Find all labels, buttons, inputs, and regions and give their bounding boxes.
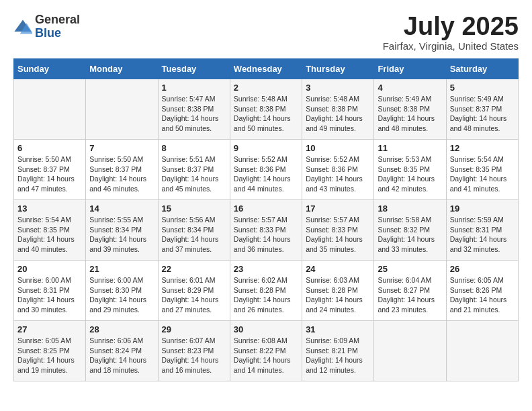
day-number: 5 — [450, 83, 515, 93]
day-info: Sunrise: 6:04 AMSunset: 8:27 PMDaylight:… — [378, 275, 442, 315]
header-sunday: Sunday — [14, 59, 86, 79]
calendar-cell: 19Sunrise: 5:59 AMSunset: 8:31 PMDayligh… — [446, 200, 518, 261]
calendar-cell: 26Sunrise: 6:05 AMSunset: 8:26 PMDayligh… — [446, 261, 518, 321]
calendar-cell — [14, 79, 86, 140]
day-info: Sunrise: 6:05 AMSunset: 8:26 PMDaylight:… — [450, 275, 515, 315]
calendar-cell: 25Sunrise: 6:04 AMSunset: 8:27 PMDayligh… — [374, 261, 446, 321]
day-number: 23 — [234, 264, 298, 274]
day-number: 20 — [17, 264, 82, 274]
day-number: 27 — [17, 324, 82, 334]
day-number: 8 — [162, 143, 226, 153]
calendar-cell: 18Sunrise: 5:58 AMSunset: 8:32 PMDayligh… — [374, 200, 446, 261]
day-info: Sunrise: 5:57 AMSunset: 8:33 PMDaylight:… — [306, 215, 370, 255]
calendar-cell: 12Sunrise: 5:54 AMSunset: 8:35 PMDayligh… — [446, 140, 518, 200]
day-info: Sunrise: 6:02 AMSunset: 8:28 PMDaylight:… — [234, 275, 298, 315]
day-info: Sunrise: 5:48 AMSunset: 8:38 PMDaylight:… — [234, 94, 298, 134]
day-number: 6 — [17, 143, 82, 153]
calendar-cell — [374, 321, 446, 381]
calendar-cell: 23Sunrise: 6:02 AMSunset: 8:28 PMDayligh… — [230, 261, 302, 321]
day-info: Sunrise: 6:00 AMSunset: 8:30 PMDaylight:… — [89, 275, 154, 315]
header-monday: Monday — [86, 59, 158, 79]
calendar-cell: 4Sunrise: 5:49 AMSunset: 8:38 PMDaylight… — [374, 79, 446, 140]
week-row-5: 27Sunrise: 6:05 AMSunset: 8:25 PMDayligh… — [14, 321, 519, 381]
day-info: Sunrise: 6:08 AMSunset: 8:22 PMDaylight:… — [234, 336, 298, 375]
week-row-2: 6Sunrise: 5:50 AMSunset: 8:37 PMDaylight… — [14, 140, 519, 200]
day-info: Sunrise: 5:49 AMSunset: 8:38 PMDaylight:… — [378, 94, 442, 134]
day-number: 15 — [162, 203, 226, 214]
calendar-cell: 8Sunrise: 5:51 AMSunset: 8:37 PMDaylight… — [158, 140, 230, 200]
day-info: Sunrise: 5:48 AMSunset: 8:38 PMDaylight:… — [306, 94, 370, 134]
day-info: Sunrise: 5:47 AMSunset: 8:38 PMDaylight:… — [162, 94, 226, 134]
header-friday: Friday — [374, 59, 446, 79]
calendar-cell: 20Sunrise: 6:00 AMSunset: 8:31 PMDayligh… — [14, 261, 86, 321]
day-number: 13 — [17, 203, 82, 214]
day-info: Sunrise: 6:07 AMSunset: 8:23 PMDaylight:… — [162, 336, 226, 375]
day-info: Sunrise: 5:53 AMSunset: 8:35 PMDaylight:… — [378, 154, 442, 194]
month-title: July 2025 — [383, 13, 519, 39]
day-number: 14 — [89, 203, 154, 214]
title-block: July 2025 Fairfax, Virginia, United Stat… — [383, 13, 519, 52]
day-number: 19 — [450, 203, 515, 214]
calendar-cell: 6Sunrise: 5:50 AMSunset: 8:37 PMDaylight… — [14, 140, 86, 200]
calendar-cell: 14Sunrise: 5:55 AMSunset: 8:34 PMDayligh… — [86, 200, 158, 261]
logo-blue: Blue — [35, 27, 80, 40]
day-info: Sunrise: 6:00 AMSunset: 8:31 PMDaylight:… — [17, 275, 82, 315]
calendar-cell: 22Sunrise: 6:01 AMSunset: 8:29 PMDayligh… — [158, 261, 230, 321]
day-number: 11 — [378, 143, 442, 153]
day-number: 28 — [89, 324, 154, 334]
day-info: Sunrise: 5:59 AMSunset: 8:31 PMDaylight:… — [450, 215, 515, 255]
calendar-cell: 24Sunrise: 6:03 AMSunset: 8:28 PMDayligh… — [302, 261, 374, 321]
header-tuesday: Tuesday — [158, 59, 230, 79]
calendar-cell: 7Sunrise: 5:50 AMSunset: 8:37 PMDaylight… — [86, 140, 158, 200]
calendar-header-row: SundayMondayTuesdayWednesdayThursdayFrid… — [14, 59, 519, 79]
week-row-1: 1Sunrise: 5:47 AMSunset: 8:38 PMDaylight… — [14, 79, 519, 140]
day-number: 16 — [234, 203, 298, 214]
day-number: 7 — [89, 143, 154, 153]
week-row-4: 20Sunrise: 6:00 AMSunset: 8:31 PMDayligh… — [14, 261, 519, 321]
day-number: 9 — [234, 143, 298, 153]
calendar-cell: 3Sunrise: 5:48 AMSunset: 8:38 PMDaylight… — [302, 79, 374, 140]
day-number: 1 — [162, 83, 226, 93]
day-number: 12 — [450, 143, 515, 153]
header-wednesday: Wednesday — [230, 59, 302, 79]
day-info: Sunrise: 6:03 AMSunset: 8:28 PMDaylight:… — [306, 275, 370, 315]
day-number: 3 — [306, 83, 370, 93]
day-number: 30 — [234, 324, 298, 334]
calendar-cell: 28Sunrise: 6:06 AMSunset: 8:24 PMDayligh… — [86, 321, 158, 381]
calendar-cell: 11Sunrise: 5:53 AMSunset: 8:35 PMDayligh… — [374, 140, 446, 200]
calendar-cell: 30Sunrise: 6:08 AMSunset: 8:22 PMDayligh… — [230, 321, 302, 381]
calendar-cell: 13Sunrise: 5:54 AMSunset: 8:35 PMDayligh… — [14, 200, 86, 261]
calendar-cell — [446, 321, 518, 381]
logo-icon — [13, 17, 32, 36]
calendar-cell: 21Sunrise: 6:00 AMSunset: 8:30 PMDayligh… — [86, 261, 158, 321]
day-info: Sunrise: 5:49 AMSunset: 8:37 PMDaylight:… — [450, 94, 515, 134]
day-info: Sunrise: 6:09 AMSunset: 8:21 PMDaylight:… — [306, 336, 370, 375]
day-info: Sunrise: 5:54 AMSunset: 8:35 PMDaylight:… — [17, 215, 82, 255]
day-number: 21 — [89, 264, 154, 274]
day-info: Sunrise: 5:51 AMSunset: 8:37 PMDaylight:… — [162, 154, 226, 194]
header-saturday: Saturday — [446, 59, 518, 79]
page-header: General Blue July 2025 Fairfax, Virginia… — [13, 13, 519, 52]
day-number: 24 — [306, 264, 370, 274]
week-row-3: 13Sunrise: 5:54 AMSunset: 8:35 PMDayligh… — [14, 200, 519, 261]
day-number: 18 — [378, 203, 442, 214]
day-number: 22 — [162, 264, 226, 274]
day-info: Sunrise: 6:01 AMSunset: 8:29 PMDaylight:… — [162, 275, 226, 315]
calendar-cell: 29Sunrise: 6:07 AMSunset: 8:23 PMDayligh… — [158, 321, 230, 381]
calendar-cell: 27Sunrise: 6:05 AMSunset: 8:25 PMDayligh… — [14, 321, 86, 381]
calendar-table: SundayMondayTuesdayWednesdayThursdayFrid… — [13, 58, 519, 381]
day-info: Sunrise: 5:50 AMSunset: 8:37 PMDaylight:… — [89, 154, 154, 194]
day-number: 2 — [234, 83, 298, 93]
day-number: 29 — [162, 324, 226, 334]
logo: General Blue — [13, 13, 80, 40]
calendar-cell: 2Sunrise: 5:48 AMSunset: 8:38 PMDaylight… — [230, 79, 302, 140]
header-thursday: Thursday — [302, 59, 374, 79]
logo-general: General — [35, 13, 80, 27]
day-info: Sunrise: 5:58 AMSunset: 8:32 PMDaylight:… — [378, 215, 442, 255]
day-number: 31 — [306, 324, 370, 334]
day-number: 17 — [306, 203, 370, 214]
day-info: Sunrise: 5:52 AMSunset: 8:36 PMDaylight:… — [234, 154, 298, 194]
calendar-cell: 9Sunrise: 5:52 AMSunset: 8:36 PMDaylight… — [230, 140, 302, 200]
calendar-cell: 5Sunrise: 5:49 AMSunset: 8:37 PMDaylight… — [446, 79, 518, 140]
day-info: Sunrise: 5:55 AMSunset: 8:34 PMDaylight:… — [89, 215, 154, 255]
